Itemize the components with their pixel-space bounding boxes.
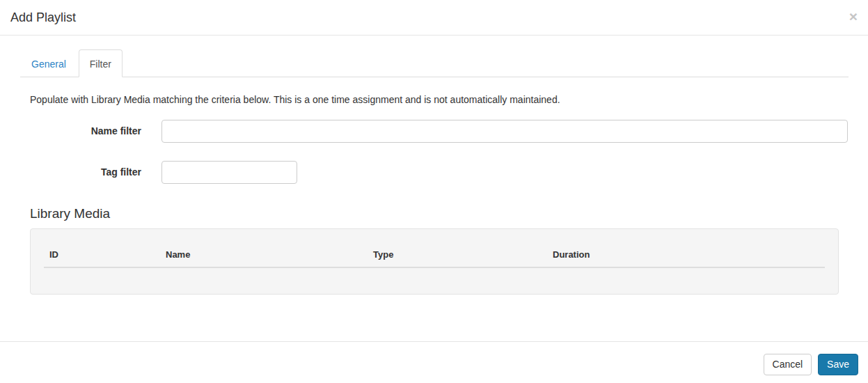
modal-title: Add Playlist [10, 10, 76, 25]
library-media-panel: ID Name Type Duration [30, 228, 839, 295]
filter-description: Populate with Library Media matching the… [30, 93, 839, 107]
tab-filter[interactable]: Filter [79, 49, 123, 77]
column-header-duration: Duration [547, 242, 825, 267]
modal-header: Add Playlist × [0, 0, 868, 36]
modal-body: General Filter Populate with Library Med… [0, 36, 868, 295]
library-media-table: ID Name Type Duration [44, 242, 825, 268]
filter-tab-panel: Populate with Library Media matching the… [20, 77, 849, 295]
column-header-id: ID [44, 242, 160, 267]
tab-general[interactable]: General [20, 49, 77, 77]
tag-filter-group: Tag filter [30, 161, 839, 184]
cancel-button[interactable]: Cancel [764, 354, 812, 375]
column-header-type: Type [368, 242, 547, 267]
tag-filter-input[interactable] [161, 161, 297, 184]
column-header-name: Name [160, 242, 368, 267]
name-filter-label: Name filter [30, 120, 141, 143]
modal-footer: Cancel Save [0, 341, 868, 383]
close-icon[interactable]: × [849, 10, 858, 23]
save-button[interactable]: Save [818, 354, 858, 375]
tab-bar: General Filter [20, 49, 849, 77]
library-media-heading: Library Media [30, 206, 839, 221]
name-filter-group: Name filter [30, 120, 839, 143]
tag-filter-label: Tag filter [30, 161, 141, 184]
name-filter-input[interactable] [161, 120, 848, 143]
